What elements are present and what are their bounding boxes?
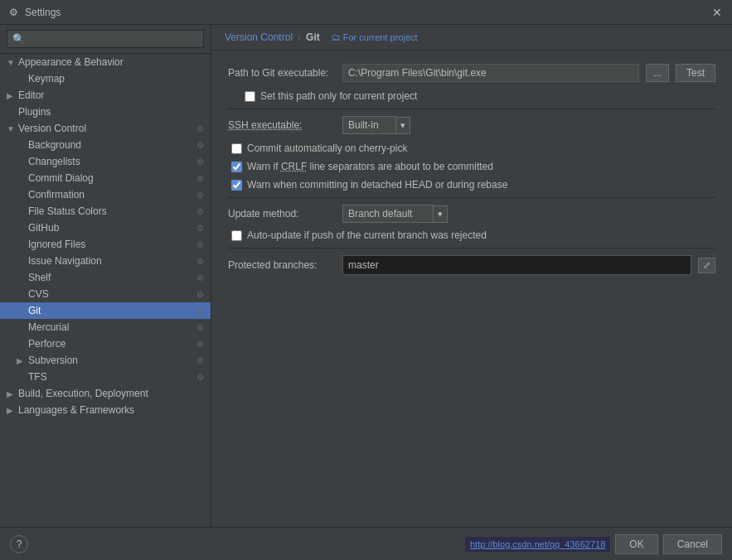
detached-head-checkbox[interactable] <box>231 180 242 191</box>
sidebar-item-perforce[interactable]: Perforce⚙ <box>0 336 211 352</box>
cancel-button[interactable]: Cancel <box>663 534 722 554</box>
sidebar-item-appearance[interactable]: ▼Appearance & Behavior <box>0 54 211 70</box>
crlf-label: Warn if CRLF line separators are about t… <box>247 161 493 172</box>
sidebar-item-commit-dialog[interactable]: Commit Dialog⚙ <box>0 170 211 186</box>
sidebar-item-subversion[interactable]: ▶Subversion⚙ <box>0 352 211 369</box>
sidebar-item-github[interactable]: GitHub⚙ <box>0 220 211 236</box>
title-text: Settings <box>25 7 709 18</box>
sidebar-item-git[interactable]: Git⚙ <box>0 302 211 319</box>
search-box <box>0 25 211 54</box>
sidebar-item-editor[interactable]: ▶Editor <box>0 87 211 104</box>
sidebar: ▼Appearance & BehaviorKeymap▶EditorPlugi… <box>0 25 211 527</box>
title-bar: ⚙ Settings ✕ <box>0 0 732 25</box>
sidebar-item-label-appearance: Appearance & Behavior <box>18 56 124 68</box>
sidebar-item-cvs[interactable]: CVS⚙ <box>0 286 211 302</box>
test-button[interactable]: Test <box>676 64 715 82</box>
current-project-row: Set this path only for current project <box>228 90 715 102</box>
sidebar-item-label-editor: Editor <box>18 89 44 101</box>
cherry-pick-checkbox[interactable] <box>231 143 242 154</box>
bottom-left: ? <box>10 535 28 553</box>
crlf-row: Warn if CRLF line separators are about t… <box>228 161 715 172</box>
protected-branches-label: Protected branches: <box>228 259 336 271</box>
sidebar-item-label-keymap: Keymap <box>28 73 65 84</box>
sidebar-item-ignored-files[interactable]: Ignored Files⚙ <box>0 236 211 253</box>
sidebar-item-changelists[interactable]: Changelists⚙ <box>0 153 211 170</box>
gear-icon-mercurial: ⚙ <box>196 323 204 332</box>
close-button[interactable]: ✕ <box>709 4 725 21</box>
sidebar-item-file-status-colors[interactable]: File Status Colors⚙ <box>0 203 211 220</box>
gear-icon-confirmation: ⚙ <box>196 191 204 200</box>
ssh-dropdown-btn[interactable]: ▾ <box>396 117 410 134</box>
sidebar-item-build-execution[interactable]: ▶Build, Execution, Deployment <box>0 385 211 402</box>
arrow-icon-languages-frameworks: ▶ <box>7 406 15 415</box>
bottom-bar: ? http://blog.csdn.net/qq_43662718 OK Ca… <box>0 527 732 560</box>
gear-icon-github: ⚙ <box>196 224 204 233</box>
sidebar-item-label-tfs: TFS <box>28 371 47 383</box>
sidebar-item-label-background: Background <box>28 139 81 151</box>
sidebar-item-label-subversion: Subversion <box>28 355 78 366</box>
update-method-dropdown[interactable]: ▾ <box>434 205 448 223</box>
auto-update-checkbox[interactable] <box>231 230 242 241</box>
settings-icon: ⚙ <box>7 6 20 19</box>
gear-icon-tfs: ⚙ <box>196 373 204 382</box>
breadcrumb-sep: › <box>298 31 301 43</box>
current-project-checkbox[interactable] <box>245 91 255 102</box>
sidebar-item-label-plugins: Plugins <box>18 106 51 118</box>
gear-icon-subversion: ⚙ <box>196 356 204 365</box>
sidebar-item-label-github: GitHub <box>28 222 59 234</box>
gear-icon-shelf: ⚙ <box>196 273 204 282</box>
sidebar-item-background[interactable]: Background⚙ <box>0 137 211 153</box>
search-input[interactable] <box>7 30 204 48</box>
sidebar-item-languages-frameworks[interactable]: ▶Languages & Frameworks <box>0 402 211 418</box>
arrow-icon-appearance: ▼ <box>7 58 15 67</box>
protected-branches-row: Protected branches: ⤢ <box>228 255 715 275</box>
sidebar-item-label-perforce: Perforce <box>28 338 65 350</box>
sidebar-item-label-mercurial: Mercurial <box>28 321 69 333</box>
status-link[interactable]: http://blog.csdn.net/qq_43662718 <box>465 537 610 552</box>
sidebar-item-keymap[interactable]: Keymap <box>0 70 211 87</box>
current-project-label: Set this path only for current project <box>260 90 417 102</box>
ok-button[interactable]: OK <box>615 534 657 554</box>
breadcrumb-parent[interactable]: Version Control <box>225 31 293 43</box>
sidebar-item-tfs[interactable]: TFS⚙ <box>0 369 211 385</box>
sidebar-item-version-control[interactable]: ▼Version Control⚙ <box>0 120 211 137</box>
browse-button[interactable]: ... <box>646 64 669 82</box>
path-label: Path to Git executable: <box>228 67 336 79</box>
ssh-wrapper: Built-in ▾ <box>342 116 410 134</box>
breadcrumb-current: Git <box>306 31 320 43</box>
protected-branches-input[interactable] <box>342 255 691 275</box>
main-container: ▼Appearance & BehaviorKeymap▶EditorPlugi… <box>0 25 732 527</box>
sidebar-item-mercurial[interactable]: Mercurial⚙ <box>0 319 211 336</box>
help-button[interactable]: ? <box>10 535 28 553</box>
gear-icon-perforce: ⚙ <box>196 340 204 349</box>
crlf-abbr: CRLF <box>281 161 307 172</box>
gear-icon-issue-navigation: ⚙ <box>196 257 204 266</box>
auto-update-label: Auto-update if push of the current branc… <box>247 229 487 241</box>
path-input[interactable] <box>342 64 639 82</box>
update-method-row: Update method: Branch default Merge Reba… <box>228 205 715 223</box>
sidebar-item-shelf[interactable]: Shelf⚙ <box>0 269 211 286</box>
arrow-icon-version-control: ▼ <box>7 124 15 133</box>
cherry-pick-label: Commit automatically on cherry-pick <box>247 142 407 154</box>
sidebar-item-label-git: Git <box>28 305 41 316</box>
sidebar-item-plugins[interactable]: Plugins <box>0 104 211 120</box>
detached-head-label: Warn when committing in detached HEAD or… <box>247 179 507 191</box>
sidebar-item-issue-navigation[interactable]: Issue Navigation⚙ <box>0 253 211 269</box>
detached-head-row: Warn when committing in detached HEAD or… <box>228 179 715 191</box>
ssh-select[interactable]: Built-in <box>342 116 396 134</box>
sidebar-item-confirmation[interactable]: Confirmation⚙ <box>0 186 211 203</box>
arrow-icon-editor: ▶ <box>7 91 15 100</box>
update-method-select[interactable]: Branch default Merge Rebase <box>342 205 434 223</box>
sidebar-item-label-changelists: Changelists <box>28 156 80 167</box>
sidebar-item-label-shelf: Shelf <box>28 272 51 283</box>
expand-button[interactable]: ⤢ <box>698 258 715 273</box>
crlf-checkbox[interactable] <box>231 162 242 172</box>
gear-icon-ignored-files: ⚙ <box>196 240 204 249</box>
breadcrumb-project: 🗂 For current project <box>332 32 418 42</box>
breadcrumb-bar: Version Control › Git 🗂 For current proj… <box>211 25 732 51</box>
auto-update-row: Auto-update if push of the current branc… <box>228 229 715 241</box>
sidebar-item-label-version-control: Version Control <box>18 123 86 134</box>
ssh-row: SSH executable: Built-in ▾ <box>228 116 715 134</box>
gear-icon-background: ⚙ <box>196 141 204 150</box>
sidebar-item-label-languages-frameworks: Languages & Frameworks <box>18 404 134 416</box>
